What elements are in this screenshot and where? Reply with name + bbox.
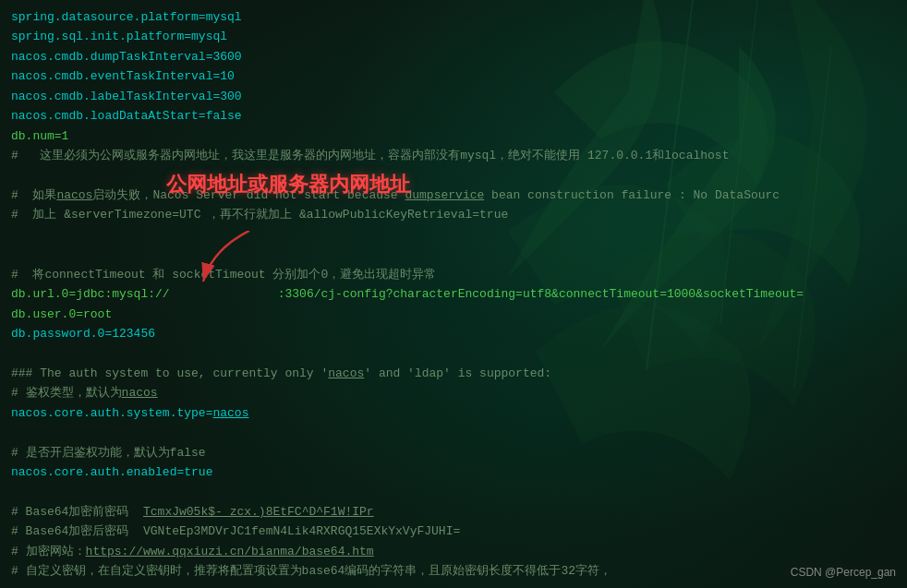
- line-23: # 是否开启鉴权功能，默认为false: [11, 443, 896, 462]
- line-10: # 如果nacos启动失败，Nacos Server did not start…: [11, 186, 896, 205]
- line-9: [11, 166, 896, 186]
- line-15: db.url.0=jdbc:mysql:// :3306/cj-config?c…: [11, 284, 896, 304]
- line-29: # 自定义密钥，在自定义密钥时，推荐将配置项设置为base64编码的字符串，且原…: [11, 561, 896, 581]
- line-8: # 这里必须为公网或服务器内网地址，我这里是服务器的内网地址，容器内部没有mys…: [11, 146, 896, 165]
- line-28: # 加密网站：https://www.qqxiuzi.cn/bianma/bas…: [11, 542, 896, 561]
- line-11: # 加上 &serverTimezone=UTC ，再不行就加上 &allowP…: [11, 205, 896, 224]
- line-3: nacos.cmdb.dumpTaskInterval=3600: [11, 47, 896, 66]
- csdn-watermark: CSDN @Percep_gan: [791, 566, 896, 579]
- line-6: nacos.cmdb.loadDataAtStart=false: [11, 106, 896, 126]
- line-16: db.user.0=root: [11, 305, 896, 324]
- line-27: # Base64加密后密码 VGNteEp3MDVrJC1femN4Lik4RX…: [11, 522, 896, 541]
- line-22: [11, 423, 896, 442]
- line-17: db.password.0=123456: [11, 324, 896, 343]
- line-18: [11, 343, 896, 363]
- line-7: db.num=1: [11, 126, 896, 146]
- line-25: [11, 483, 896, 502]
- line-24: nacos.core.auth.enabled=true: [11, 462, 896, 482]
- line-21: nacos.core.auth.system.type=nacos: [11, 403, 896, 423]
- line-14: # 将connectTimeout 和 socketTimeout 分别加个0，…: [11, 265, 896, 284]
- line-20: # 鉴权类型，默认为nacos: [11, 383, 896, 402]
- annotation-box: 公网地址或服务器内网地址: [166, 171, 410, 198]
- line-26: # Base64加密前密码 TcmxJw05k$-_zcx.)8EtFC^D^F…: [11, 502, 896, 522]
- line-12: [11, 225, 896, 245]
- line-4: nacos.cmdb.eventTaskInterval=10: [11, 66, 896, 86]
- line-5: nacos.cmdb.labelTaskInterval=300: [11, 87, 896, 106]
- arrow-svg: [194, 231, 305, 295]
- line-19: ### The auth system to use, currently on…: [11, 364, 896, 383]
- line-1: spring.datasource.platform=mysql: [11, 7, 896, 27]
- line-2: spring.sql.init.platform=mysql: [11, 27, 896, 46]
- annotation-title: 公网地址或服务器内网地址: [166, 173, 410, 196]
- line-13: [11, 245, 896, 264]
- code-container: spring.datasource.platform=mysql spring.…: [0, 0, 907, 588]
